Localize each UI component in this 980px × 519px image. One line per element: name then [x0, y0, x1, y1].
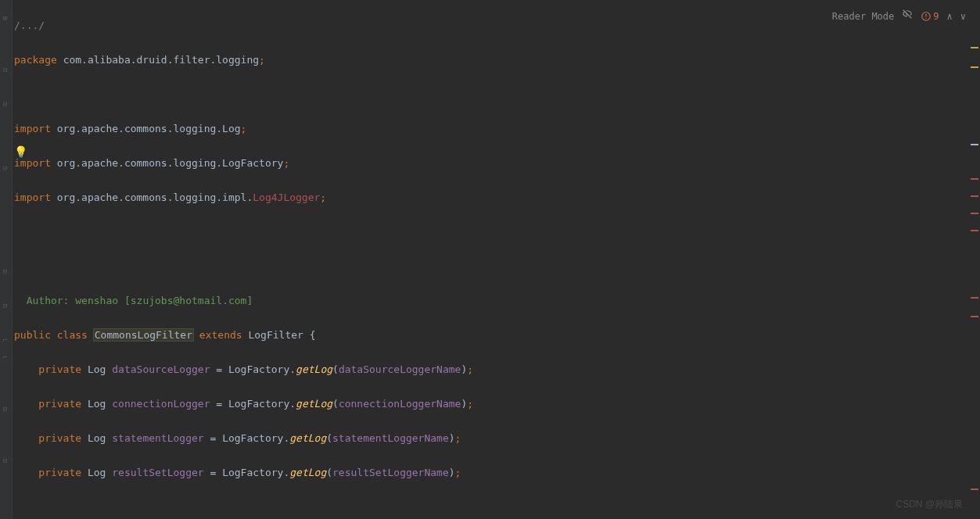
- gutter[interactable]: ⊞ ⊟ ⊟ ⊟ ⊟ ⊟ ⌐ ⌐ ⊟ ⊟ 💡: [0, 0, 13, 519]
- fold-close-icon[interactable]: ⌐: [3, 331, 7, 349]
- fold-minus-icon[interactable]: ⊟: [3, 263, 7, 280]
- fold-plus-icon[interactable]: ⊞: [3, 9, 7, 27]
- class-name-caret[interactable]: CommonsLogFilter: [93, 328, 194, 342]
- watermark: CSDN @孙陆泉: [896, 496, 963, 513]
- chevron-down-icon[interactable]: ∨: [960, 8, 966, 25]
- fold-minus-icon[interactable]: ⊟: [3, 159, 7, 177]
- folded-region[interactable]: /.../: [14, 20, 45, 31]
- fold-close-icon[interactable]: ⌐: [3, 349, 7, 366]
- fold-plus-icon[interactable]: ⊟: [3, 400, 7, 417]
- fold-minus-icon[interactable]: ⊟: [3, 95, 7, 113]
- reader-mode-label[interactable]: Reader Mode: [832, 8, 894, 25]
- chevron-up-icon[interactable]: ∧: [947, 8, 953, 25]
- eye-off-icon[interactable]: [902, 8, 913, 25]
- fold-minus-icon[interactable]: ⊟: [3, 61, 7, 78]
- fold-minus-icon[interactable]: ⊟: [3, 297, 7, 314]
- error-count[interactable]: 9: [921, 8, 939, 25]
- inspection-bar: Reader Mode 9 ∧ ∨: [832, 8, 966, 25]
- intention-bulb-icon[interactable]: 💡: [14, 143, 27, 160]
- code-area[interactable]: /.../ package com.alibaba.druid.filter.l…: [13, 0, 980, 519]
- code-editor[interactable]: ⊞ ⊟ ⊟ ⊟ ⊟ ⊟ ⌐ ⌐ ⊟ ⊟ 💡 /.../ package com.…: [0, 0, 980, 519]
- fold-minus-icon[interactable]: ⊟: [3, 452, 7, 469]
